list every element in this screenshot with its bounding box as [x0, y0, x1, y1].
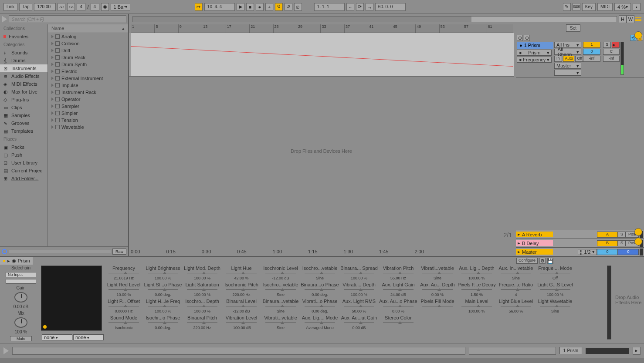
preview-icon[interactable]	[2, 249, 7, 254]
mixer-section-icon[interactable]	[634, 238, 642, 245]
device-param[interactable]: Vibration Pitch55.00 Hz	[379, 266, 417, 281]
mute-button[interactable]: Mute	[10, 336, 32, 341]
list-item[interactable]: Drum Rack	[48, 54, 128, 61]
device-param[interactable]: Light Mod. Depth100.00 %	[183, 266, 221, 281]
list-item[interactable]: Drift	[48, 47, 128, 54]
sidebar-item-add-folder---[interactable]: ⊞Add Folder...	[0, 175, 47, 182]
device-param[interactable]: Stereo Color	[379, 315, 417, 331]
status-play-icon[interactable]	[3, 347, 9, 354]
return-a-activator[interactable]: A	[597, 232, 618, 238]
sidechain-channel-dropdown[interactable]	[6, 279, 36, 284]
none-dropdown-1[interactable]: none ▾	[42, 334, 72, 340]
sidebar-item-max-for-live[interactable]: ◐Max for Live	[0, 88, 47, 96]
device-save-icon[interactable]: 💾	[547, 258, 553, 264]
key-map-button[interactable]: Key	[582, 3, 596, 11]
status-track-label[interactable]: 1-Prism	[559, 347, 582, 354]
mix-knob[interactable]	[14, 317, 27, 328]
list-item[interactable]: Simpler	[48, 110, 128, 117]
list-item[interactable]: Instrument Rack	[48, 89, 128, 96]
device-param[interactable]: Frequency21.8619 Hz	[105, 266, 143, 281]
inf-field-1[interactable]: -inf	[583, 56, 600, 62]
sidebar-item-instruments[interactable]: ⊡Instruments	[0, 64, 47, 72]
follow-icon[interactable]: ↦	[195, 3, 203, 11]
device-param[interactable]: Isochro...vetableSine	[261, 282, 300, 298]
inf-field-2[interactable]: -inf	[603, 56, 620, 62]
device-param[interactable]: Vibrati...vetableSine	[418, 266, 457, 281]
monitor-auto[interactable]: Auto	[563, 56, 574, 62]
device-param[interactable]: Binaural Pitch220.00 Hz	[183, 315, 221, 331]
list-item[interactable]: Drum Synth	[48, 61, 128, 68]
track-header-prism[interactable]: ●1 Prism ● Prism▾ ● Frequency▾ All Ins▾ …	[516, 41, 644, 77]
status-expand-icon[interactable]: ▸	[633, 347, 641, 355]
punch-out-icon[interactable]: ¬	[366, 3, 373, 11]
output-channel-dropdown[interactable]: ▾	[554, 70, 581, 76]
device-param[interactable]: Binaura...vetableSine	[261, 299, 300, 314]
list-item[interactable]: Electric	[48, 68, 128, 75]
device-param[interactable]: Aux. Lig... Depth100.00 %	[458, 266, 496, 281]
sends-section-icon[interactable]	[634, 228, 642, 236]
output-dropdown[interactable]: Master▾	[554, 63, 581, 69]
device-param[interactable]: Aux. Light Gain24.00 dB	[379, 282, 417, 298]
time-sig-den[interactable]: 4	[91, 3, 99, 11]
device-param[interactable]: Vibrati...vetableSine	[261, 315, 300, 331]
device-param[interactable]: Aux. Lig.... ModeAveraged Mono	[301, 315, 339, 331]
configure-button[interactable]: Configure	[516, 258, 538, 264]
metronome-icon[interactable]: ◉	[101, 3, 109, 11]
punch-in-icon[interactable]: ⌐	[346, 3, 354, 11]
device-param[interactable]: Aux. Au... Depth0.00 %	[418, 282, 457, 298]
device-param[interactable]: Binaural Level-12.00 dB	[222, 299, 261, 314]
sidebar-item-plug-ins[interactable]: ◇Plug-Ins	[0, 96, 47, 104]
overdub-icon[interactable]: +	[265, 3, 273, 11]
device-param[interactable]: Aux. In...vetableSine	[497, 266, 535, 281]
solo-button[interactable]: S	[603, 42, 611, 48]
arrangement-position[interactable]: 10. 4. 4	[204, 3, 235, 11]
device-param[interactable]: Light G...S Level100.00 %	[536, 282, 574, 298]
play-icon[interactable]: ▶	[237, 3, 244, 11]
return-b-activator[interactable]: B	[597, 240, 618, 246]
remove-icon[interactable]: ⊖	[524, 35, 530, 41]
time-ruler[interactable]: 0:000:150:300:451:001:151:301:452:00	[129, 247, 514, 256]
return-b-solo[interactable]: S	[618, 240, 626, 246]
sidebar-item-favorites[interactable]: Favorites	[0, 33, 47, 40]
track-name[interactable]: ●1 Prism	[517, 42, 553, 49]
list-item[interactable]: Impulse	[48, 82, 128, 89]
tap-button[interactable]: Tap	[19, 3, 32, 11]
preview-volume-slider[interactable]	[9, 250, 111, 253]
master-channel-dropdown[interactable]: ¦¦ 1/2▾	[578, 249, 597, 255]
loop-icon[interactable]: ⟳	[356, 3, 364, 11]
nudge-down-icon[interactable]: ‹‹‹	[58, 3, 65, 11]
add-icon[interactable]: ⊕	[517, 35, 523, 41]
device-param[interactable]: Light Saturation100.00 %	[183, 282, 221, 298]
nudge-up-icon[interactable]: ›››	[67, 3, 75, 11]
device-param[interactable]: Light H...le Freq100.00 %	[144, 299, 182, 314]
tempo-field[interactable]: 120.00	[34, 3, 56, 11]
time-sig-num[interactable]: 4	[77, 3, 85, 11]
device-param[interactable]: Main Level100.00 %	[458, 299, 496, 314]
return-a-solo[interactable]: S	[618, 232, 626, 238]
w-button[interactable]: W	[627, 15, 634, 23]
param-dropdown[interactable]: ● Frequency▾	[517, 57, 552, 63]
track-row[interactable]	[129, 33, 514, 77]
device-param[interactable]: Aux. Light RMS50.00 %	[340, 299, 378, 314]
link-button[interactable]: Link	[3, 3, 17, 11]
device-param[interactable]: Light St...o Phase0.00 deg.	[144, 282, 182, 298]
tracks-area[interactable]: Drop Files and Devices Here 2/1	[129, 33, 514, 247]
io-section-icon[interactable]	[634, 31, 642, 39]
list-item[interactable]: Sampler	[48, 103, 128, 110]
list-item[interactable]: Wavetable	[48, 124, 128, 131]
quantize-dropdown[interactable]: 1 Bar ▾	[111, 3, 130, 11]
none-dropdown-2[interactable]: none ▾	[73, 334, 104, 340]
monitor-in[interactable]: In	[554, 56, 562, 62]
list-item[interactable]: Tension	[48, 117, 128, 124]
device-param[interactable]: Freque...c Ratio4	[497, 282, 535, 298]
list-item[interactable]: Analog	[48, 33, 128, 40]
device-param[interactable]: Isochronic Pitch220.00 Hz	[222, 282, 261, 298]
return-track-b[interactable]: ▸B Delay B S Post	[516, 239, 644, 247]
sidebar-item-samples[interactable]: ▦Samples	[0, 111, 47, 119]
sidebar-item-sounds[interactable]: ♪Sounds	[0, 49, 47, 57]
sidebar-item-audio-effects[interactable]: ≋Audio Effects	[0, 72, 47, 80]
h-button[interactable]: H	[619, 15, 627, 23]
sidebar-item-templates[interactable]: ▤Templates	[0, 127, 47, 135]
name-column-header[interactable]: Name	[51, 26, 64, 31]
device-gear-icon[interactable]: ⚙	[539, 258, 546, 264]
